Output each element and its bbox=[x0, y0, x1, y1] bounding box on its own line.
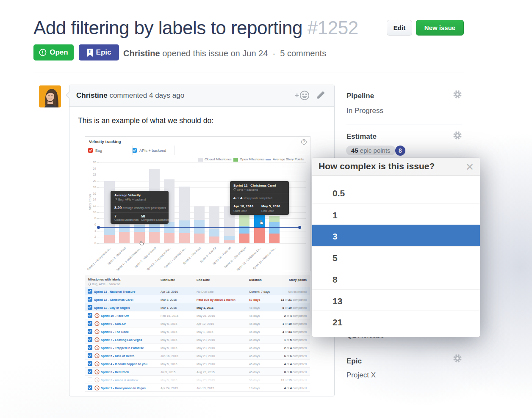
svg-text:E: E bbox=[89, 50, 91, 54]
svg-text:?: ? bbox=[303, 140, 305, 144]
